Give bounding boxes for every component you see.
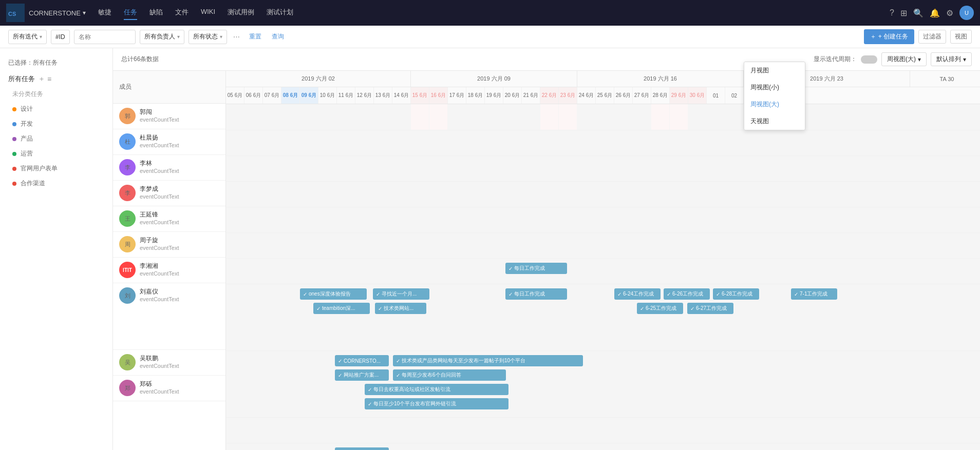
reset-button[interactable]: 重置 <box>246 31 265 42</box>
toggle-label: 显示迭代周期： <box>814 55 857 64</box>
view-select-button[interactable]: 周视图(大) ▾ <box>881 52 927 66</box>
nav-files[interactable]: 文件 <box>175 6 189 20</box>
view-button[interactable]: 视图 <box>950 30 972 44</box>
table-row: ✓ CORNERSTO... ✓ 技术类或产品类网站每天至少发布一篇帖子到10个… <box>226 351 980 418</box>
settings-icon[interactable]: ⚙ <box>946 8 953 18</box>
list-item: ITIT 李湘湘 eventCountText <box>113 258 225 283</box>
svg-text:CS: CS <box>8 11 16 17</box>
top-nav: CS CS CORNERSTONE ▾ 敏捷 任务 缺陷 文件 WIKI 测试用… <box>0 0 980 26</box>
selected-label: 已选择：所有任务 <box>0 54 112 71</box>
view-option-week-small[interactable]: 周视图(小) <box>744 79 805 96</box>
task-bar[interactable]: ✓ CORNERSTO... <box>335 355 389 366</box>
bell-icon[interactable]: 🔔 <box>930 8 940 18</box>
nav-testcases[interactable]: 测试用例 <box>228 6 254 20</box>
view-option-month[interactable]: 月视图 <box>744 62 805 79</box>
design-dot <box>12 107 16 111</box>
filter-button[interactable]: 过滤器 <box>918 30 946 44</box>
period-toggle[interactable] <box>861 55 877 64</box>
channel-dot <box>12 182 16 186</box>
task-bar[interactable]: ✓ 6-27工作完成 <box>687 303 733 314</box>
day-cell: 15 6月 <box>411 87 429 104</box>
group-design[interactable]: 设计 <box>0 102 112 116</box>
nav-tasks[interactable]: 任务 <box>124 6 137 20</box>
list-item: 周 周子旋 eventCountText <box>113 232 225 258</box>
task-bar[interactable]: ✓ 网站推广方案... <box>335 369 389 381</box>
all-tasks-item[interactable]: 所有任务 ＋ ≡ <box>0 71 112 87</box>
view-arrow-icon: ▾ <box>918 56 921 63</box>
day-cell: 25 6月 <box>596 87 614 104</box>
search-button[interactable]: 查询 <box>269 31 287 42</box>
status-select[interactable]: 所有状态 ▾ <box>189 30 227 44</box>
sort-button[interactable]: 默认排列 ▾ <box>931 52 972 66</box>
uncategorized-item[interactable]: 未分类任务 <box>0 87 112 102</box>
assignee-select[interactable]: 所有负责人 ▾ <box>140 30 184 44</box>
name-input[interactable] <box>74 30 136 44</box>
day-cell: 13 6月 <box>374 87 392 104</box>
gantt-area: 成员 郭 郭闯 eventCountText 杜 杜晨扬 eventCountT… <box>113 71 980 450</box>
task-bar[interactable]: ✓ ones深度体验报告 <box>300 288 367 300</box>
day-cell: 12 6月 <box>355 87 374 104</box>
avatar: 李 <box>119 159 136 175</box>
website-dot <box>12 167 16 171</box>
task-bar[interactable]: ✓ 6-26工作完成 <box>664 288 710 300</box>
table-row <box>226 130 980 156</box>
list-icon[interactable]: ≡ <box>47 75 51 83</box>
list-item: 郑 郑砾 eventCountText <box>113 376 225 401</box>
timeline-header: 2019 六月 02 2019 六月 09 2019 六月 16 2019 六月… <box>226 71 980 104</box>
task-bar[interactable]: ✓ CORNERSTO... <box>335 447 389 450</box>
task-bar[interactable]: ✓ 每日工作完成 <box>505 288 567 300</box>
view-option-week-large[interactable]: 周视图(大) <box>744 96 805 113</box>
group-website[interactable]: 官网用户表单 <box>0 161 112 176</box>
nav-agile[interactable]: 敏捷 <box>98 6 111 20</box>
task-bar[interactable]: ✓ 技术类网站... <box>375 303 426 314</box>
task-bar[interactable]: ✓ 每日去权重高论坛或社区发帖引流 <box>365 384 508 395</box>
day-cell: 01 <box>707 87 725 104</box>
day-cell: 11 6月 <box>337 87 355 104</box>
task-bar[interactable]: ✓ 7-1工作完成 <box>791 288 837 300</box>
timeline-area: 2019 六月 02 2019 六月 09 2019 六月 16 2019 六月… <box>226 71 980 450</box>
task-bar[interactable]: ✓ 6-25工作完成 <box>637 303 683 314</box>
ops-dot <box>12 152 16 156</box>
product-dot <box>12 137 16 141</box>
project-name: CORNERSTONE <box>29 9 81 17</box>
day-row: 05 6月 06 6月 07 6月 08 6月 09 6月 10 6月 11 6… <box>226 87 980 104</box>
nav-wiki[interactable]: WIKI <box>201 6 215 20</box>
day-cell: 19 6月 <box>485 87 503 104</box>
id-select[interactable]: #ID <box>51 30 70 44</box>
day-cell: 29 6月 <box>670 87 688 104</box>
task-bar[interactable]: ✓ 寻找近一个月... <box>373 288 429 300</box>
task-bar[interactable]: ✓ 技术类或产品类网站每天至少发布一篇帖子到10个平台 <box>393 355 583 366</box>
create-task-button[interactable]: ＋ + 创建任务 <box>864 29 914 44</box>
group-operations[interactable]: 运营 <box>0 146 112 161</box>
nav-testplans[interactable]: 测试计划 <box>267 6 293 20</box>
add-task-icon[interactable]: ＋ <box>38 74 45 84</box>
group-channel[interactable]: 合作渠道 <box>0 176 112 191</box>
project-dropdown[interactable]: ▾ <box>83 9 86 16</box>
nav-links: 敏捷 任务 缺陷 文件 WIKI 测试用例 测试计划 <box>98 6 890 20</box>
task-bar[interactable]: ✓ 每日工作完成 <box>505 263 567 274</box>
iteration-arrow: ▾ <box>40 34 42 40</box>
more-filters-icon[interactable]: ··· <box>233 32 240 42</box>
search-icon[interactable]: 🔍 <box>913 8 924 18</box>
main-layout: 已选择：所有任务 所有任务 ＋ ≡ 未分类任务 设计 开发 产品 运营 官网用户… <box>0 48 980 450</box>
table-row <box>226 156 980 182</box>
total-count: 总计66条数据 <box>121 55 159 64</box>
iteration-select[interactable]: 所有迭代 ▾ <box>8 30 47 44</box>
task-bar[interactable]: ✓ 6-24工作完成 <box>614 288 661 300</box>
sidebar: 已选择：所有任务 所有任务 ＋ ≡ 未分类任务 设计 开发 产品 运营 官网用户… <box>0 48 113 450</box>
task-bar[interactable]: ✓ 每日至少10个平台发布官网外链引流 <box>365 398 508 409</box>
help-icon[interactable]: ? <box>890 8 894 17</box>
day-cell: 16 6月 <box>429 87 448 104</box>
avatar[interactable]: U <box>959 6 974 20</box>
grid-icon[interactable]: ⊞ <box>900 8 907 18</box>
list-item: 李 李梦成 eventCountText <box>113 181 225 206</box>
nav-bugs[interactable]: 缺陷 <box>149 6 163 20</box>
task-bar[interactable]: ✓ teambition深... <box>313 303 370 314</box>
task-bar[interactable]: ✓ 每周至少发布6个自问回答 <box>393 369 506 381</box>
task-bar[interactable]: ✓ 6-28工作完成 <box>713 288 759 300</box>
group-dev[interactable]: 开发 <box>0 116 112 131</box>
avatar: 郭 <box>119 108 136 124</box>
view-option-day[interactable]: 天视图 <box>744 113 805 130</box>
list-item: 刘 刘嘉仪 eventCountText <box>113 283 225 350</box>
group-product[interactable]: 产品 <box>0 131 112 146</box>
